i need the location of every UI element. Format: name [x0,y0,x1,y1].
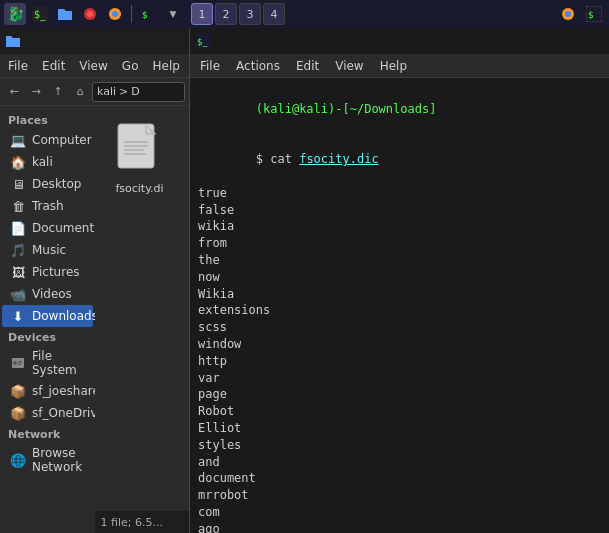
trash-icon: 🗑 [10,198,26,214]
sidebar-item-browse-network[interactable]: 🌐 Browse Network [2,443,93,477]
sidebar-item-pictures-label: Pictures [32,265,80,279]
fm-sidebar: Places 💻 Computer 🏠 kali 🖥 Desktop 🗑 Tra… [0,106,95,533]
sidebar-item-sfjoeshare-label: sf_joeshare [32,384,95,398]
term-menubar: File Actions Edit View Help [190,54,609,78]
documents-icon: 📄 [10,220,26,236]
dropdown-taskbar-btn[interactable]: ▼ [162,3,184,25]
term-output-line: from [198,235,601,252]
nav-home-btn[interactable]: ⌂ [70,82,90,102]
tab-2[interactable]: 2 [215,3,237,25]
terminal-panel: $_ File Actions Edit View Help (kali@kal… [190,28,609,533]
term-cmd-line: $ cat fsocity.dic [198,134,601,184]
sidebar-item-pictures[interactable]: 🖼 Pictures [2,261,93,283]
nav-up-btn[interactable]: ↑ [48,82,68,102]
svg-point-9 [565,11,571,17]
computer-icon: 💻 [10,132,26,148]
kali-home-icon: 🏠 [10,154,26,170]
term-prompt-line: (kali@kali)-[~/Downloads] [198,84,601,134]
sidebar-item-videos-label: Videos [32,287,72,301]
tab-1[interactable]: 1 [191,3,213,25]
kali-menu-icon[interactable]: 🐉 [4,3,26,25]
term-output-line: true [198,185,601,202]
term-output-line: false [198,202,601,219]
terminal-tabs: 1 2 3 4 [191,3,285,25]
term-output-line: page [198,386,601,403]
filesystem-icon [10,355,26,371]
sidebar-item-trash[interactable]: 🗑 Trash [2,195,93,217]
sidebar-item-sfonedrive[interactable]: 📦 sf_OneDrive ⏏ [2,402,93,424]
browse-network-icon: 🌐 [10,452,26,468]
sidebar-item-videos[interactable]: 📹 Videos [2,283,93,305]
videos-icon: 📹 [10,286,26,302]
fm-menu-help[interactable]: Help [148,59,183,73]
term-output-line: ago [198,521,601,533]
svg-point-5 [112,11,118,17]
svg-text:$_: $_ [197,37,208,47]
sidebar-item-documents-label: Documents [32,221,95,235]
nav-path-sep: > [119,85,128,98]
sidebar-item-documents[interactable]: 📄 Documents [2,217,93,239]
sidebar-item-kali[interactable]: 🏠 kali [2,151,93,173]
nav-back-btn[interactable]: ← [4,82,24,102]
svg-point-13 [13,361,17,365]
fm-menu-go[interactable]: Go [118,59,143,73]
nav-path[interactable]: kali > D [92,82,185,102]
terminal-taskbar-icon[interactable]: $_ [29,3,51,25]
term-output-line: and [198,454,601,471]
term-cmd: cat [270,152,299,166]
pictures-icon: 🖼 [10,264,26,280]
sidebar-item-music-label: Music [32,243,66,257]
term-output-line: document [198,470,601,487]
term-menu-actions[interactable]: Actions [232,59,284,73]
sidebar-item-computer[interactable]: 💻 Computer [2,129,93,151]
term-menu-help[interactable]: Help [376,59,411,73]
file-label-fsocity: fsocity.di [115,182,163,195]
firefox-end-icon[interactable] [557,3,579,25]
taskbar-end-icons: $ [557,3,605,25]
term-output-line: extensions [198,302,601,319]
files-taskbar-icon[interactable] [54,3,76,25]
places-label: Places [0,110,95,129]
file-item-fsocity[interactable]: fsocity.di [105,116,175,201]
terminal-end-icon[interactable]: $ [583,3,605,25]
fm-status-text: 1 file; 6.5... [101,516,163,529]
sidebar-item-kali-label: kali [32,155,53,169]
fm-file-content: fsocity.di [95,106,190,511]
svg-rect-15 [18,364,21,366]
term-output: truefalsewikiafromthenowWikiaextensionss… [198,185,601,533]
sidebar-item-downloads[interactable]: ⬇ Downloads [2,305,93,327]
term-cmd-arg: fsocity.dic [299,152,378,166]
svg-text:$_: $_ [34,9,46,21]
sidebar-item-desktop-label: Desktop [32,177,82,191]
fm-menu-edit[interactable]: Edit [38,59,69,73]
nav-forward-btn[interactable]: → [26,82,46,102]
term-menu-view[interactable]: View [331,59,367,73]
term-menu-edit[interactable]: Edit [292,59,323,73]
term-content[interactable]: (kali@kali)-[~/Downloads] $ cat fsocity.… [190,78,609,533]
sfonedrive-icon: 📦 [10,405,26,421]
sidebar-item-downloads-label: Downloads [32,309,95,323]
term-dollar: $ [256,152,270,166]
term-output-line: window [198,336,601,353]
sidebar-item-desktop[interactable]: 🖥 Desktop [2,173,93,195]
main-area: File Edit View Go Help ← → ↑ ⌂ kali > D … [0,28,609,533]
firefox-taskbar-icon[interactable] [104,3,126,25]
svg-point-3 [87,11,93,17]
term-output-line: scss [198,319,601,336]
sidebar-item-sfonedrive-label: sf_OneDrive [32,406,95,420]
sidebar-item-filesystem[interactable]: File System [2,346,93,380]
sfjoeshare-icon: 📦 [10,383,26,399]
sidebar-item-music[interactable]: 🎵 Music [2,239,93,261]
paint-taskbar-icon[interactable] [79,3,101,25]
fm-menu-file[interactable]: File [4,59,32,73]
term-output-line: com [198,504,601,521]
file-manager-panel: File Edit View Go Help ← → ↑ ⌂ kali > D … [0,28,190,533]
tab-4[interactable]: 4 [263,3,285,25]
terminal2-taskbar-icon[interactable]: $ [137,3,159,25]
fm-menu-view[interactable]: View [75,59,111,73]
fm-nav-bar: ← → ↑ ⌂ kali > D [0,78,189,106]
nav-path-d: D [131,85,139,98]
tab-3[interactable]: 3 [239,3,261,25]
term-menu-file[interactable]: File [196,59,224,73]
sidebar-item-sfjoeshare[interactable]: 📦 sf_joeshare ⏏ [2,380,93,402]
